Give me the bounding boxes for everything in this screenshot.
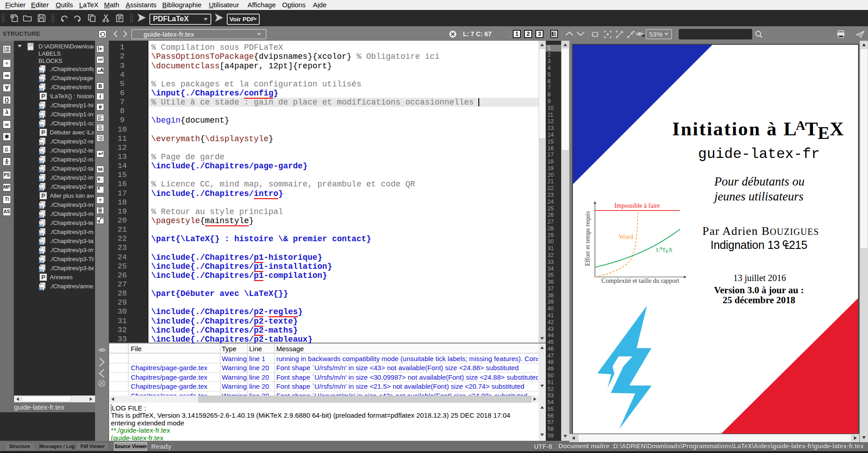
svg-text:Word: Word <box>619 233 634 240</box>
svg-text:Initiation à LATEX: Initiation à LATEX <box>672 118 845 143</box>
svg-text:Pour débutants ou: Pour débutants ou <box>714 175 805 188</box>
svg-text:Indignation 13 ₠215: Indignation 13 ₠215 <box>711 238 807 251</box>
svg-text:Effort et temps requis: Effort et temps requis <box>584 211 591 266</box>
svg-text:Version 3.0 à jour au :: Version 3.0 à jour au : <box>714 285 804 296</box>
svg-text:LATEX: LATEX <box>656 246 672 254</box>
svg-text:guide-latex-fr: guide-latex-fr <box>698 146 820 162</box>
svg-text:Impossible à faire: Impossible à faire <box>615 202 660 209</box>
svg-text:jeunes utilisateurs: jeunes utilisateurs <box>713 190 803 203</box>
svg-text:Par Adrien BOUZIGUES: Par Adrien BOUZIGUES <box>702 224 819 238</box>
svg-text:13 juillet 2016: 13 juillet 2016 <box>733 273 786 283</box>
svg-text:25 décembre 2018: 25 décembre 2018 <box>723 295 796 305</box>
svg-text:Complexité et taille du rappor: Complexité et taille du rapport <box>601 277 679 284</box>
